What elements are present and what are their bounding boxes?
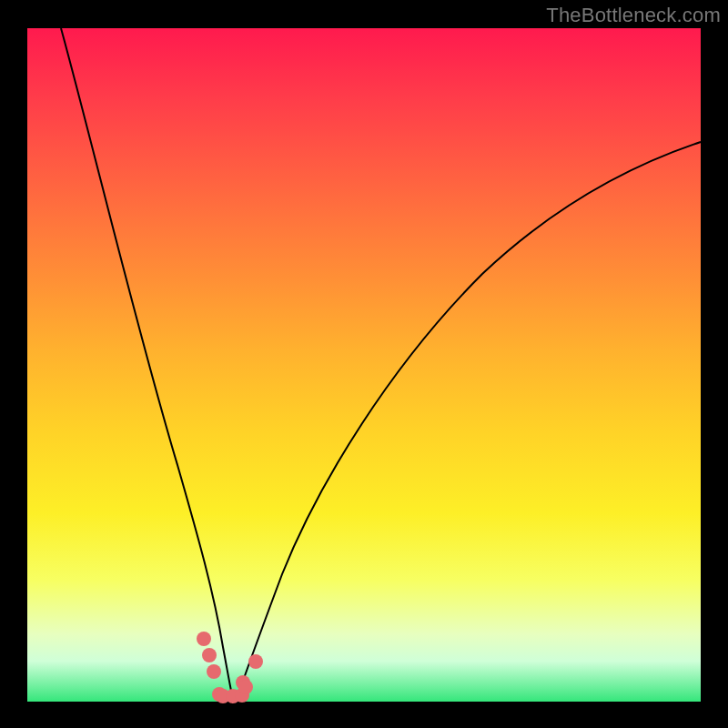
data-point — [197, 632, 211, 646]
data-point — [202, 648, 217, 662]
plot-area — [27, 28, 701, 702]
watermark-text: TheBottleneck.com — [546, 4, 721, 27]
data-point — [238, 680, 253, 694]
chart-frame: TheBottleneck.com — [0, 0, 728, 728]
curve-left-branch — [61, 28, 233, 699]
data-point — [207, 664, 221, 679]
curve-right-branch — [237, 142, 701, 699]
data-point — [248, 654, 263, 669]
curve-layer — [27, 28, 701, 702]
